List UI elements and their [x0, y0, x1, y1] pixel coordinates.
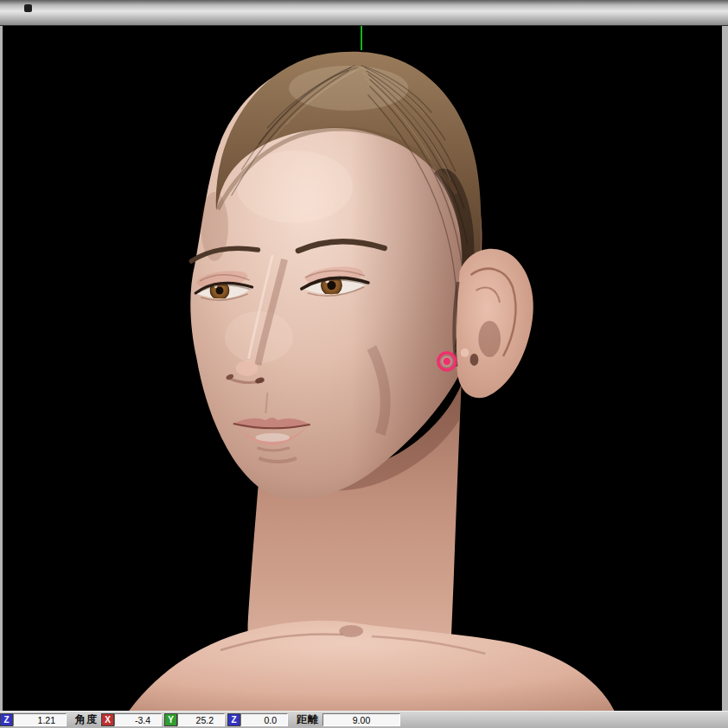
distance-field[interactable]: 9.00 [322, 713, 400, 726]
window-icon [24, 4, 32, 12]
angle-z-field[interactable]: 0.0 [240, 713, 288, 726]
angle-z-axis-chip: Z [227, 713, 240, 726]
position-z-axis-chip: Z [0, 713, 13, 726]
chest-shoulders [129, 621, 614, 711]
angle-x-axis-chip: X [101, 713, 114, 726]
render-3d-head [3, 26, 722, 711]
angle-label: 角度 [67, 712, 101, 727]
app-window: Z 1.21 角度 X -3.4 Y 25.2 Z 0.0 距離 9.00 [0, 0, 728, 728]
distance-label: 距離 [288, 712, 322, 727]
angle-x-field[interactable]: -3.4 [114, 713, 162, 726]
ear [454, 249, 533, 399]
angle-y-field[interactable]: 25.2 [177, 713, 225, 726]
status-bar: Z 1.21 角度 X -3.4 Y 25.2 Z 0.0 距離 9.00 [0, 711, 728, 728]
viewport-3d[interactable] [0, 26, 728, 711]
angle-y-axis-chip: Y [164, 713, 177, 726]
position-z-field[interactable]: 1.21 [13, 713, 67, 726]
title-bar[interactable] [0, 0, 728, 26]
